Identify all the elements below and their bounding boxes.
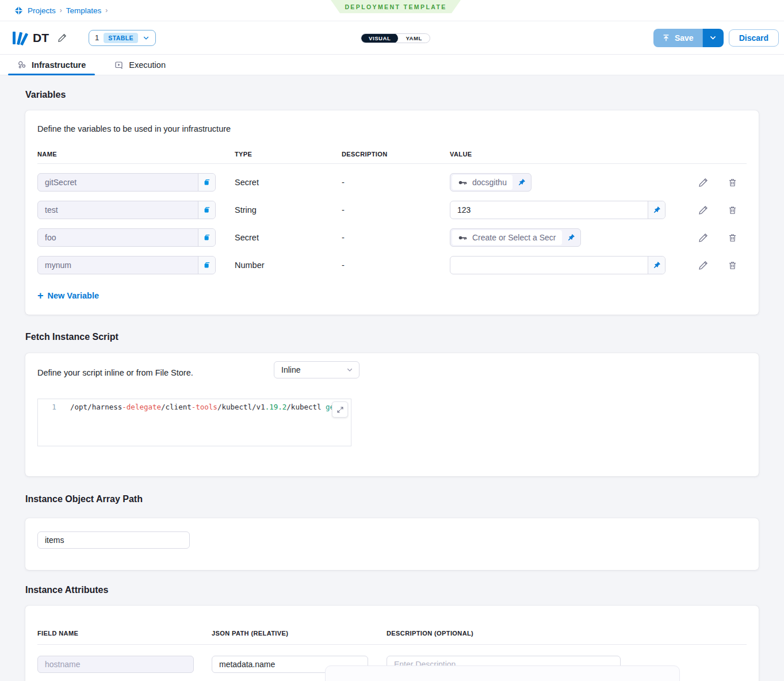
toggle-yaml[interactable]: YAML [398,33,429,43]
script-code-line: 1/opt/harness-delegate/client-tools/kube… [38,399,351,411]
tab-infrastructure[interactable]: Infrastructure [17,55,86,75]
variable-row: String - [37,201,747,219]
variable-row: Secret - Create or Select a Secr [37,228,747,247]
new-variable-button[interactable]: + New Variable [37,291,99,300]
upload-icon [662,34,670,42]
pencil-icon [58,33,67,43]
variables-table-header: NAME TYPE DESCRIPTION VALUE [37,151,747,164]
chevron-down-icon [346,366,353,373]
instance-path-heading: Instance Object Array Path [25,494,759,504]
save-button[interactable]: Save [653,29,702,47]
variable-value-input[interactable] [450,256,666,274]
instance-attributes-heading: Instance Attributes [25,585,759,595]
variable-name-field [37,201,216,219]
pin-icon[interactable] [648,201,665,219]
delete-variable-button[interactable] [726,232,739,244]
script-source-label: Define your script inline or from File S… [37,368,193,377]
chevron-down-icon [143,35,150,41]
script-store-value: Inline [281,365,300,374]
column-type: TYPE [235,151,342,158]
copy-icon [203,178,211,186]
breadcrumb-separator: › [60,6,62,14]
edit-variable-button[interactable] [697,231,710,244]
column-description: DESCRIPTION [342,151,450,158]
edit-variable-button[interactable] [697,259,710,271]
template-library-icon [12,31,26,45]
toggle-visual[interactable]: VISUAL [361,33,398,43]
attribute-field-name-input[interactable] [37,656,194,673]
variable-name-input[interactable] [38,229,198,246]
bottom-cutoff-panel [325,665,680,681]
pencil-icon [698,177,709,188]
key-icon [458,233,468,243]
edit-title-button[interactable] [55,30,70,45]
pencil-icon [698,232,709,243]
fetch-instance-script-heading: Fetch Instance Script [25,332,759,342]
chevron-down-icon [709,34,717,41]
copy-button[interactable] [198,174,215,191]
variable-name-input[interactable] [38,257,198,274]
trash-icon [728,178,737,188]
tab-infrastructure-label: Infrastructure [32,60,86,70]
variable-type: Secret [235,178,342,187]
template-header: DT 1 STABLE VISUAL YAML Save [0,21,784,55]
key-icon [458,178,468,188]
delete-variable-button[interactable] [726,259,739,271]
variable-value-input[interactable] [450,201,666,219]
version-number: 1 [95,33,99,42]
copy-button[interactable] [198,229,215,246]
execution-icon [114,60,124,70]
secret-value-label: Create or Select a Secr [472,233,556,242]
secret-value-chip[interactable]: Create or Select a Secr [450,228,581,247]
copy-icon [203,234,211,242]
save-label: Save [675,33,694,43]
template-title: DT [33,31,49,45]
script-store-select[interactable]: Inline [274,361,360,378]
variables-description: Define the variables to be used in your … [37,121,747,133]
variable-description: - [342,178,450,187]
deployment-template-ribbon: DEPLOYMENT TEMPLATE [331,0,461,13]
tab-execution[interactable]: Execution [114,55,166,75]
expand-editor-button[interactable] [332,401,348,418]
pin-icon[interactable] [513,174,531,191]
version-selector[interactable]: 1 STABLE [89,30,156,46]
breadcrumb-templates[interactable]: Templates [66,6,102,15]
script-code-editor[interactable]: 1/opt/harness-delegate/client-tools/kube… [37,399,351,446]
edit-variable-button[interactable] [697,176,710,189]
plus-icon: + [37,292,44,300]
save-options-button[interactable] [702,29,724,47]
top-bar: Projects › Templates › DEPLOYMENT TEMPLA… [0,0,784,21]
line-number: 1 [38,403,70,411]
breadcrumb: Projects › Templates › [14,6,108,16]
edit-variable-button[interactable] [697,204,710,216]
projects-icon [14,6,24,16]
pin-icon[interactable] [648,257,665,274]
pin-icon[interactable] [562,229,580,246]
variable-description: - [342,261,450,270]
breadcrumb-separator: › [105,6,108,14]
copy-button[interactable] [198,201,215,219]
copy-button[interactable] [198,257,215,274]
variable-name-field [37,173,216,192]
variable-type: Secret [235,233,342,242]
attributes-table-header: FIELD NAME JSON PATH (RELATIVE) DESCRIPT… [37,630,747,645]
variable-row: Number - [37,256,747,274]
variable-name-input[interactable] [38,174,198,191]
tab-bar: Infrastructure Execution [0,55,784,75]
variable-description: - [342,205,450,215]
column-name: NAME [37,151,235,158]
trash-icon [728,261,737,270]
variable-name-input[interactable] [38,201,198,219]
stable-badge: STABLE [104,33,138,43]
instance-path-card [25,518,759,570]
variable-name-field [37,256,216,274]
column-value: VALUE [450,151,670,158]
trash-icon [728,205,737,215]
breadcrumb-projects[interactable]: Projects [28,6,56,15]
pencil-icon [698,260,709,270]
delete-variable-button[interactable] [726,204,739,216]
instance-path-input[interactable] [37,531,190,549]
discard-button[interactable]: Discard [729,29,779,47]
secret-value-chip[interactable]: docsgithu [450,173,531,192]
delete-variable-button[interactable] [726,177,739,189]
